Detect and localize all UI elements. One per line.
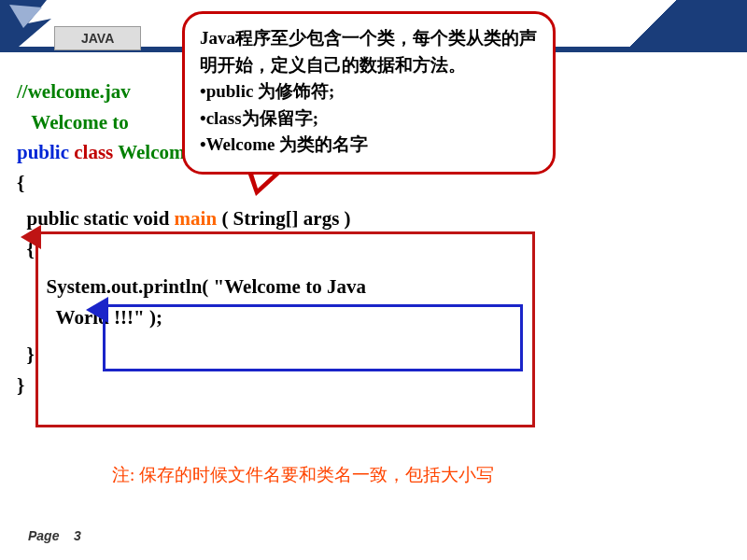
code-comment-1: //welcome.jav	[17, 80, 131, 103]
red-arrow-icon	[21, 225, 41, 249]
callout-bullet-2: •class为保留字;	[200, 105, 538, 133]
java-tag-label: JAVA	[54, 26, 141, 50]
callout-bullet-1: •public 为修饰符;	[200, 78, 538, 105]
kw-public: public	[17, 141, 69, 163]
method-main: main	[175, 207, 218, 230]
kw-class: class	[74, 141, 113, 163]
header-corner-deco	[598, 0, 747, 47]
class-name: Welcom	[118, 141, 185, 163]
method-args: ( String[] args )	[217, 207, 350, 230]
page-number: 3	[74, 528, 81, 543]
code-comment-2: Welcome to	[17, 111, 129, 133]
blue-highlight-box	[103, 304, 523, 371]
callout-text-main: Java程序至少包含一个类，每个类从类的声明开始，定义自己的数据和方法。	[200, 25, 538, 78]
blue-arrow-icon	[86, 297, 108, 323]
page-footer: Page 3	[28, 528, 81, 543]
footnote-text: 注: 保存的时候文件名要和类名一致，包括大小写	[112, 463, 494, 487]
callout-bullet-3: •Welcome 为类的名字	[200, 132, 538, 159]
explanation-callout: Java程序至少包含一个类，每个类从类的声明开始，定义自己的数据和方法。 •pu…	[182, 11, 556, 175]
page-label: Page	[28, 528, 59, 543]
